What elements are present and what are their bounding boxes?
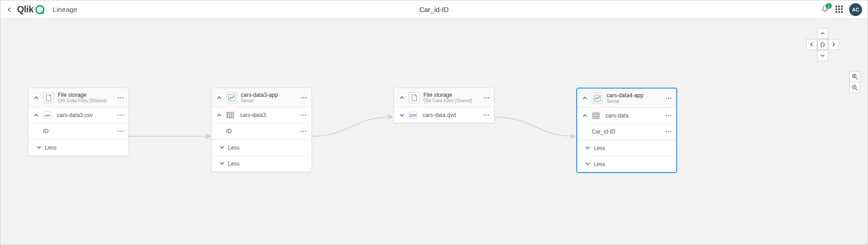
chevron-down-icon	[220, 145, 224, 151]
chevron-down-icon	[585, 161, 590, 167]
collapse-toggle[interactable]	[398, 94, 406, 102]
more-icon	[665, 115, 672, 117]
lineage-node[interactable]: cars-data4-appSensecars-dataCar_id-IDLes…	[576, 88, 677, 173]
expand-toggle[interactable]	[398, 111, 406, 119]
home-icon	[820, 42, 825, 47]
expand-toggle[interactable]	[215, 111, 223, 119]
more-icon	[300, 114, 307, 116]
logo-text: Qlik	[17, 4, 33, 15]
notifications-button[interactable]: 1	[821, 5, 830, 14]
less-toggle[interactable]: Less	[28, 139, 128, 156]
svg-point-32	[668, 115, 669, 117]
node-header: cars-data4-appSense	[577, 89, 676, 108]
zoom-out-icon	[851, 84, 858, 91]
pan-left-button[interactable]	[806, 39, 817, 50]
node-field-row[interactable]: ID	[211, 123, 312, 139]
zoom-out-button[interactable]	[849, 82, 860, 93]
file-icon	[411, 94, 418, 101]
collapse-toggle[interactable]	[215, 94, 223, 102]
chevron-down-icon	[37, 145, 41, 151]
collapse-toggle[interactable]	[32, 94, 40, 102]
svg-point-35	[668, 131, 669, 133]
lineage-node[interactable]: File storageQlik Data Files (Shared)csvc…	[28, 88, 129, 156]
more-icon	[665, 131, 672, 133]
node-header: cars-data3-appSense	[211, 88, 312, 107]
node-item-row[interactable]: cars-data3	[211, 107, 312, 123]
node-item-label: cars-data.qvd	[421, 112, 482, 118]
item-more-button[interactable]	[117, 111, 125, 119]
node-header: File storageQlik Data Files (Shared)	[28, 88, 128, 107]
field-more-button[interactable]	[300, 127, 308, 135]
svg-point-29	[670, 97, 672, 99]
qlik-logo: Qlik	[17, 4, 45, 15]
less-label: Less	[594, 161, 605, 167]
node-field-label: ID	[224, 128, 300, 134]
less-toggle[interactable]: Less	[211, 156, 312, 172]
pan-controls	[806, 28, 839, 61]
lineage-node[interactable]: cars-data3-appSensecars-data3IDLessLess	[211, 88, 312, 172]
svg-point-5	[122, 115, 124, 116]
expand-toggle[interactable]	[581, 111, 589, 120]
lineage-canvas[interactable]: File storageQlik Data Files (Shared)csvc…	[0, 19, 868, 245]
node-type-icon	[592, 93, 603, 104]
zoom-in-button[interactable]	[849, 71, 860, 82]
collapse-toggle[interactable]	[581, 94, 589, 102]
svg-point-16	[306, 115, 307, 116]
svg-rect-13	[228, 113, 234, 118]
node-more-button[interactable]	[117, 94, 125, 102]
pan-down-button[interactable]	[817, 50, 828, 61]
node-item-row[interactable]: QVDcars-data.qvd	[394, 107, 494, 123]
node-type-icon	[226, 92, 237, 103]
node-field-row[interactable]: Car_id-ID	[577, 124, 676, 140]
field-more-button[interactable]	[117, 127, 125, 135]
svg-point-3	[118, 115, 119, 116]
node-item-label: cars-data3.csv	[55, 112, 117, 118]
svg-point-27	[666, 97, 667, 99]
svg-point-2	[122, 97, 124, 98]
connectors	[0, 19, 868, 245]
item-more-button[interactable]	[300, 111, 308, 119]
node-item-row[interactable]: cars-data	[577, 108, 676, 124]
svg-point-33	[670, 115, 672, 117]
pan-right-button[interactable]	[828, 39, 839, 50]
qvd-icon: QVD	[409, 111, 417, 119]
chart-icon	[594, 95, 601, 102]
node-more-button[interactable]	[664, 94, 673, 102]
svg-point-17	[301, 131, 302, 132]
node-more-button[interactable]	[300, 94, 308, 102]
expand-toggle[interactable]	[32, 111, 40, 119]
user-avatar[interactable]: AC	[849, 3, 862, 16]
field-more-button[interactable]	[664, 128, 673, 136]
node-type-icon	[43, 92, 54, 103]
less-toggle[interactable]: Less	[211, 139, 312, 156]
svg-point-12	[306, 97, 307, 98]
file-icon	[45, 94, 52, 101]
apps-grid-button[interactable]	[835, 6, 844, 14]
pan-up-button[interactable]	[817, 28, 828, 39]
svg-point-4	[120, 115, 122, 116]
back-button[interactable]	[6, 6, 13, 13]
chevron-down-icon	[585, 145, 590, 151]
svg-point-24	[486, 115, 487, 116]
node-field-row[interactable]: ID	[28, 123, 128, 139]
svg-point-28	[668, 97, 669, 99]
item-more-button[interactable]	[664, 111, 673, 120]
svg-rect-30	[593, 113, 599, 118]
less-label: Less	[594, 145, 605, 151]
lineage-node[interactable]: File storageQlik Data Files (Shared)QVDc…	[394, 88, 495, 123]
table-small-icon	[226, 111, 234, 119]
node-item-row[interactable]: csvcars-data3.csv	[28, 107, 128, 123]
less-toggle[interactable]: Less	[577, 140, 676, 156]
node-subtitle: Sense	[606, 99, 664, 104]
svg-point-6	[118, 131, 119, 132]
node-subtitle: Qlik Data Files (Shared)	[58, 98, 117, 103]
pan-home-button[interactable]	[817, 39, 828, 50]
svg-point-1	[120, 97, 122, 98]
less-toggle[interactable]: Less	[577, 156, 676, 172]
node-item-label: cars-data	[604, 112, 664, 119]
app-header: Qlik Lineage Car_id-ID 1 AC	[0, 0, 868, 19]
svg-point-15	[303, 115, 305, 116]
csv-icon: csv	[43, 111, 51, 119]
item-more-button[interactable]	[482, 111, 490, 119]
node-more-button[interactable]	[482, 94, 490, 102]
